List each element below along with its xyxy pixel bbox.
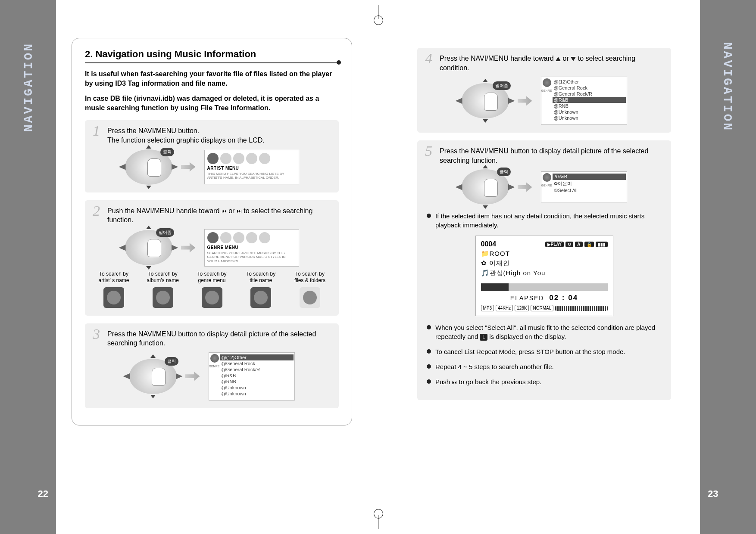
jog-badge-click: 클릭 [497, 168, 511, 176]
bullet-4: Repeat 4 ~ 5 steps to search another fil… [427, 362, 663, 371]
bullet-dot-icon [427, 364, 431, 369]
level-meter-icon [555, 306, 607, 311]
genre-label: GENRE [541, 184, 552, 187]
step-2-number: 2 [93, 204, 100, 218]
step-5: 5 Press the NAVI/MENU button to display … [417, 140, 671, 400]
jog-dial-icon: 밀어줌 [125, 230, 172, 265]
lcd-artist-menu: ARTIST MENU THIS MENU HELPS YOU SEARCHIN… [204, 150, 299, 184]
search-by-files: To search by files & folders [291, 271, 328, 308]
genre-row: ↰R&B [553, 174, 626, 180]
step-2: 2 Push the NAVI/MENU handle toward ⏮ or … [85, 200, 339, 316]
bullet-5: Push ⏮ to go back the previous step. [427, 377, 663, 386]
genre-row: @Unknown [553, 115, 626, 121]
jog-dial-icon: 밀어줌 [462, 83, 509, 118]
search-options-row: To search by artist' s name To search by… [93, 271, 331, 308]
artist-line: ✿ 이재인 [481, 259, 608, 267]
bullet-list: If the selected item has not any detail … [425, 211, 663, 230]
arrow-right-icon [181, 243, 196, 252]
step-3-diagram: 클릭 GENRE @(12)Other @General Rock @Gener… [93, 352, 331, 400]
album-icon [153, 287, 173, 308]
search-by-album: To search by album's name [144, 271, 181, 308]
page-right: 4 Press the NAVI/MENU handle toward or t… [378, 0, 700, 534]
jog-badge-slide: 밀어줌 [493, 81, 511, 90]
next-track-icon: ⏭ [237, 208, 242, 214]
genre-row: @Unknown [220, 385, 294, 391]
jog-badge-slide: 밀어줌 [156, 228, 174, 237]
search-by-genre: To search by genre menu [194, 271, 231, 308]
section-heading: 2. Navigation using Music Information [85, 49, 339, 63]
playback-footer: MP3 44KHz 128K NORMAL [481, 305, 608, 311]
genre-icon [202, 287, 222, 308]
prev-track-icon: ⏮ [222, 208, 227, 214]
right-panel: 4 Press the NAVI/MENU handle toward or t… [404, 38, 684, 425]
search-by-title: To search by title name [242, 271, 279, 308]
globe-icon [543, 173, 551, 182]
intro-paragraph-1: It is useful when fast-searching your fa… [85, 69, 339, 88]
step-2-diagram: 밀어줌 GENRE MENU SEARCHING YOUR FAVORITE M… [93, 229, 331, 267]
jog-badge-click: 클릭 [160, 148, 174, 156]
page-number-right: 23 [708, 488, 718, 500]
genre-row: @Unknown [553, 109, 626, 115]
bullet-3: To cancel List Repeat Mode, press STOP b… [427, 347, 663, 356]
genre-row: @R&B [553, 97, 626, 103]
genre-row: ✿이은미 [553, 180, 626, 187]
step-3: 3 Press the NAVI/MENU button to display … [85, 323, 339, 408]
playback-screen: 0004 ▶PLAY ↻ A 🔒 ▮▮▮ 📁ROOT ✿ 이재인 🎵관심(Hig… [475, 236, 613, 316]
genre-row: @(12)Other [220, 354, 294, 360]
right-gutter-label: NAVIGATION [721, 42, 734, 132]
artist-icon [103, 287, 124, 308]
bullet-list-2: When you select "Select All", all music … [425, 323, 663, 386]
left-panel: 2. Navigation using Music Information It… [72, 38, 352, 425]
title-icon [250, 287, 271, 308]
step-5-number: 5 [425, 144, 432, 158]
codec-tag: MP3 [481, 305, 494, 311]
genre-row: @Unknown [220, 391, 294, 397]
genre-detail-list: GENRE ↰R&B ✿이은미 ①Select All [541, 171, 627, 202]
right-gutter: NAVIGATION 23 [700, 0, 756, 534]
progress-bar [481, 283, 608, 291]
jog-dial-icon: 클릭 [462, 169, 509, 205]
lcd-title: ARTIST MENU [207, 166, 296, 171]
step-2-text: Push the NAVI/MENU handle toward ⏮ or ⏭ … [107, 206, 331, 225]
bullet-1: If the selected item has not any detail … [427, 211, 663, 230]
left-gutter-label: NAVIGATION [22, 42, 35, 132]
genre-row: @R&B [220, 373, 294, 379]
genre-label: GENRE [209, 365, 219, 368]
step-4-text: Press the NAVI/MENU handle toward or to … [440, 54, 663, 72]
step-3-number: 3 [93, 327, 100, 342]
bitrate-tag: 128K [515, 305, 529, 311]
step-4-diagram: 밀어줌 GENRE @(12)Other @General Rock @Gene… [425, 77, 663, 125]
arrow-right-icon [181, 162, 196, 172]
genre-row: @RNB [220, 379, 294, 385]
genre-list: GENRE @(12)Other @General Rock @General … [541, 77, 627, 125]
step-4-number: 4 [425, 51, 432, 66]
bullet-2: When you select "Select All", all music … [427, 323, 663, 341]
step-1-diagram: 클릭 ARTIST MENU THIS MENU HELPS YOU SEARC… [93, 149, 331, 185]
genre-row: @General Rock [553, 85, 626, 91]
triangle-down-icon [571, 57, 576, 61]
genre-list: GENRE @(12)Other @General Rock @General … [209, 352, 295, 400]
search-by-artist: To search by artist' s name [95, 271, 132, 308]
jog-dial-icon: 클릭 [125, 149, 172, 185]
step-4: 4 Press the NAVI/MENU handle toward or t… [417, 48, 671, 133]
eq-tag: NORMAL [531, 305, 553, 311]
track-number: 0004 [481, 240, 497, 248]
triangle-up-icon [556, 57, 561, 61]
genre-label: GENRE [541, 89, 552, 92]
genre-row: ①Select All [553, 187, 626, 194]
left-gutter: NAVIGATION 22 [0, 0, 56, 534]
arrow-right-icon [518, 96, 532, 106]
list-repeat-icon: L [480, 334, 487, 341]
play-tag: ▶PLAY [545, 242, 564, 247]
genre-row: @General Rock/R [553, 91, 626, 97]
lcd-desc: SEARCHING YOUR FAVORITE MUSICS BY THIS G… [207, 251, 296, 264]
repeat-tag: ↻ [565, 242, 573, 247]
page-spread: 2. Navigation using Music Information It… [56, 0, 700, 534]
step-1-number: 1 [93, 124, 100, 138]
battery-icon: ▮▮▮ [596, 242, 608, 247]
jog-dial-icon: 클릭 [129, 359, 177, 394]
bullet-dot-icon [427, 325, 431, 329]
bullet-dot-icon [427, 349, 431, 354]
bullet-dot-icon [427, 379, 431, 384]
step-1-text: Press the NAVI/MENU button. The function… [107, 126, 331, 145]
